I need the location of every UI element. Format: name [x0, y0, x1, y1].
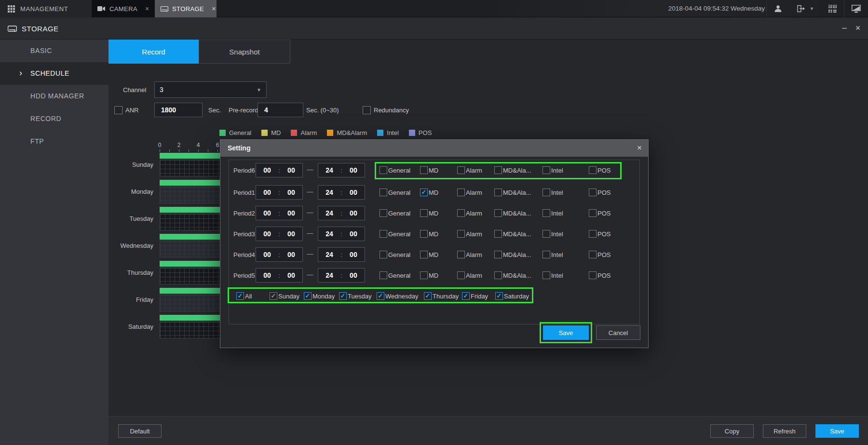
- record-type-checkbox-mdalarm[interactable]: MD&Ala...: [494, 209, 531, 217]
- anr-checkbox[interactable]: [114, 106, 122, 114]
- channel-select[interactable]: 3 ▼: [154, 81, 267, 98]
- dialog-cancel-button[interactable]: Cancel: [596, 325, 640, 340]
- sidebar-item[interactable]: › HDD MANAGER: [0, 85, 108, 108]
- record-type-checkbox-intel[interactable]: Intel: [542, 209, 563, 217]
- checkbox-box[interactable]: [494, 209, 502, 217]
- record-type-checkbox-md[interactable]: MD: [420, 230, 438, 238]
- checkbox-box[interactable]: [380, 209, 387, 217]
- end-time-input[interactable]: 24 : 00: [318, 206, 365, 220]
- redundancy-checkbox[interactable]: [363, 106, 371, 114]
- start-minute[interactable]: 00: [287, 230, 295, 238]
- start-hour[interactable]: 00: [263, 189, 271, 196]
- checkbox-box[interactable]: [420, 230, 428, 238]
- checkbox-box[interactable]: [542, 189, 550, 196]
- checkbox-box[interactable]: [380, 230, 387, 238]
- end-time-input[interactable]: 24 : 00: [318, 268, 365, 283]
- record-type-checkbox-pos[interactable]: POS: [589, 251, 610, 258]
- start-minute[interactable]: 00: [287, 166, 295, 174]
- end-hour[interactable]: 24: [326, 271, 333, 279]
- record-type-checkbox-md[interactable]: MD: [420, 209, 438, 217]
- checkbox-box[interactable]: [589, 189, 597, 196]
- save-button[interactable]: Save: [815, 424, 859, 438]
- copy-button[interactable]: Copy: [710, 424, 754, 438]
- record-type-checkbox-general[interactable]: General: [380, 271, 410, 279]
- checkbox-box[interactable]: [589, 271, 597, 279]
- start-time-input[interactable]: 00 : 00: [256, 206, 303, 220]
- checkbox-box[interactable]: [494, 271, 502, 279]
- record-type-checkbox-alarm[interactable]: Alarm: [457, 189, 482, 196]
- end-time-input[interactable]: 24 : 00: [318, 185, 365, 200]
- start-hour[interactable]: 00: [263, 166, 271, 174]
- start-time-input[interactable]: 00 : 00: [256, 185, 303, 200]
- day-checkbox[interactable]: All: [236, 292, 252, 300]
- record-type-checkbox-general[interactable]: General: [380, 230, 410, 238]
- day-checkbox[interactable]: Tuesday: [339, 292, 371, 300]
- checkbox-box[interactable]: [542, 209, 550, 217]
- end-minute[interactable]: 00: [350, 271, 357, 279]
- day-checkbox[interactable]: Monday: [304, 292, 335, 300]
- checkbox-box[interactable]: [380, 189, 387, 196]
- checkbox-box[interactable]: [542, 271, 550, 279]
- start-time-input[interactable]: 00 : 00: [256, 163, 303, 177]
- checkbox-box[interactable]: [495, 292, 503, 300]
- record-type-checkbox-general[interactable]: General: [380, 166, 410, 174]
- end-minute[interactable]: 00: [350, 251, 357, 258]
- minimize-button[interactable]: –: [838, 17, 851, 40]
- record-type-checkbox-alarm[interactable]: Alarm: [457, 271, 482, 279]
- end-time-input[interactable]: 24 : 00: [318, 247, 365, 262]
- refresh-button[interactable]: Refresh: [763, 424, 806, 438]
- start-time-input[interactable]: 00 : 00: [256, 247, 303, 262]
- qr-code-icon[interactable]: [821, 0, 844, 17]
- record-type-checkbox-pos[interactable]: POS: [589, 209, 610, 217]
- checkbox-box[interactable]: [462, 292, 470, 300]
- checkbox-box[interactable]: [424, 292, 432, 300]
- checkbox-box[interactable]: [457, 209, 465, 217]
- checkbox-box[interactable]: [457, 166, 465, 174]
- day-checkbox[interactable]: Sunday: [270, 292, 299, 300]
- record-type-checkbox-intel[interactable]: Intel: [542, 230, 563, 238]
- logout-icon[interactable]: ▼: [789, 0, 821, 17]
- checkbox-box[interactable]: [420, 209, 428, 217]
- start-minute[interactable]: 00: [287, 271, 295, 279]
- checkbox-box[interactable]: [380, 251, 387, 258]
- record-type-checkbox-md[interactable]: MD: [420, 251, 438, 258]
- record-type-checkbox-mdalarm[interactable]: MD&Ala...: [494, 189, 531, 196]
- record-type-checkbox-alarm[interactable]: Alarm: [457, 166, 482, 174]
- tab-storage[interactable]: STORAGE ×: [155, 0, 217, 17]
- record-type-checkbox-mdalarm[interactable]: MD&Ala...: [494, 271, 531, 279]
- start-minute[interactable]: 00: [287, 251, 295, 258]
- checkbox-box[interactable]: [457, 230, 465, 238]
- record-type-checkbox-pos[interactable]: POS: [589, 166, 610, 174]
- sidebar-item[interactable]: › SCHEDULE: [0, 62, 108, 85]
- record-type-checkbox-general[interactable]: General: [380, 251, 410, 258]
- checkbox-box[interactable]: [420, 251, 428, 258]
- checkbox-box[interactable]: [542, 166, 550, 174]
- end-minute[interactable]: 00: [350, 230, 357, 238]
- record-type-checkbox-alarm[interactable]: Alarm: [457, 209, 482, 217]
- dialog-save-button[interactable]: Save: [543, 325, 589, 340]
- checkbox-box[interactable]: [494, 189, 502, 196]
- start-minute[interactable]: 00: [287, 189, 295, 196]
- checkbox-box[interactable]: [420, 166, 428, 174]
- record-type-checkbox-mdalarm[interactable]: MD&Ala...: [494, 251, 531, 258]
- checkbox-box[interactable]: [377, 292, 384, 300]
- checkbox-box[interactable]: [270, 292, 277, 300]
- end-minute[interactable]: 00: [350, 166, 357, 174]
- end-minute[interactable]: 00: [350, 209, 357, 217]
- checkbox-box[interactable]: [457, 271, 465, 279]
- record-type-checkbox-intel[interactable]: Intel: [542, 166, 563, 174]
- start-hour[interactable]: 00: [263, 251, 271, 258]
- sidebar-item[interactable]: › BASIC: [0, 40, 108, 62]
- day-checkbox[interactable]: Thursday: [424, 292, 459, 300]
- checkbox-box[interactable]: [420, 271, 428, 279]
- record-type-checkbox-pos[interactable]: POS: [589, 230, 610, 238]
- default-button[interactable]: Default: [118, 424, 162, 438]
- tab-close-icon[interactable]: ×: [212, 5, 216, 13]
- checkbox-box[interactable]: [380, 166, 387, 174]
- prerecord-input[interactable]: [258, 103, 303, 117]
- anr-input[interactable]: [154, 103, 203, 117]
- record-type-checkbox-intel[interactable]: Intel: [542, 271, 563, 279]
- close-button[interactable]: ×: [852, 17, 864, 40]
- end-hour[interactable]: 24: [326, 251, 333, 258]
- checkbox-box[interactable]: [420, 189, 428, 196]
